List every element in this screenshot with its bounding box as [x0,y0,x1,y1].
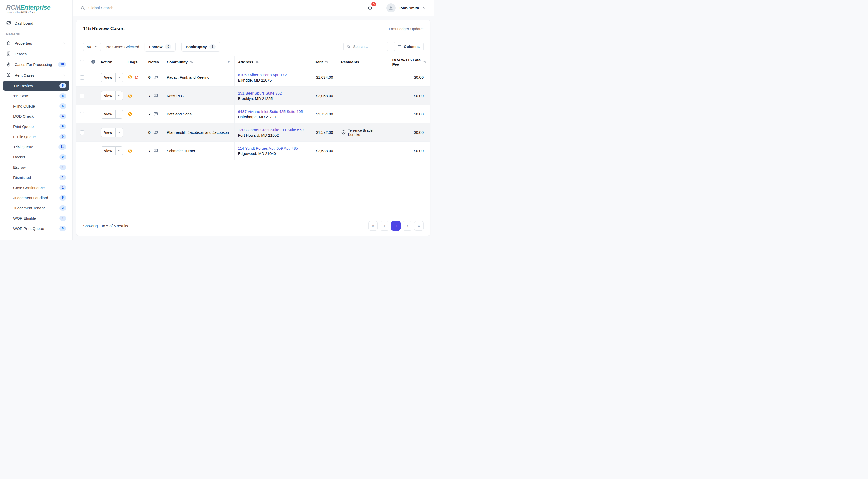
notes-count: 7 [149,93,151,98]
person-circle-icon [341,130,346,135]
view-dropdown-button[interactable] [115,146,123,155]
row-checkbox[interactable] [80,94,84,98]
comment-icon[interactable] [153,93,158,98]
sidebar-item-dismissed[interactable]: Dismissed 1 [3,172,69,182]
view-dropdown-button[interactable] [115,110,123,119]
no-entry-flag-icon [128,75,132,80]
view-button[interactable]: View [101,110,116,119]
view-button[interactable]: View [101,91,116,100]
hand-icon [6,62,11,67]
sidebar-item-escrow[interactable]: Escrow 1 [3,162,69,172]
sidebar-item-label: Case Continuance [13,185,59,190]
table-row: View 0 Pfannerstill [76,123,430,142]
sidebar-item-properties[interactable]: Properties [3,38,69,49]
sidebar-item-judgement-landlord[interactable]: Judgement Landlord 5 [3,192,69,203]
vacant-house-flag-icon [134,75,139,80]
brand-rcm: RCM [6,4,20,11]
sidebar-item-filing-queue[interactable]: Filing Queue 6 [3,101,69,111]
page-title: 115 Review Cases [83,26,125,31]
table-row: View 7 [76,87,430,105]
last-ledger-update-label: Last Ledger Update: [389,27,424,31]
sidebar-item-label: E-File Queue [13,134,59,139]
resident-name: Terrence Braden Kerluke [348,128,385,137]
sidebar-item-label: Cases For Processing [14,62,55,67]
notes-count: 6 [149,75,151,80]
view-dropdown-button[interactable] [115,128,123,137]
sort-icon[interactable] [189,60,193,64]
content-area: 115 Review Cases Last Ledger Update: 50 … [72,16,434,239]
address-link[interactable]: 251 Beer Spurs Suite 352 [238,91,307,95]
user-menu-button[interactable]: John Smith [386,3,426,12]
sidebar: RCMEnterprise powered by INTELeTech Dash… [0,0,72,239]
sidebar-item-label: Judgement Landlord [13,196,59,200]
row-checkbox[interactable] [80,76,84,80]
sidebar-item-rent-cases[interactable]: Rent Cases [3,70,69,81]
address-link[interactable]: 61069 Alberto Ports Apt. 172 [238,72,307,77]
view-button[interactable]: View [101,73,116,82]
sidebar-item-leases[interactable]: Leases [3,49,69,59]
home-icon [6,40,11,46]
address-link[interactable]: 6487 Viviane Inlet Suite 425 Suite 405 [238,109,307,114]
columns-button[interactable]: Columns [394,42,424,52]
bankruptcy-filter-button[interactable]: Bankruptcy 1 [181,41,220,52]
count-badge: 1 [59,164,66,170]
select-all-checkbox[interactable] [80,60,84,64]
sidebar-nav: Dashboard MANAGE Properties Leases Cases… [0,16,72,239]
sidebar-item-dashboard[interactable]: Dashboard [3,18,69,29]
address-city-line: Edgewood, MD 21040 [238,151,307,156]
next-page-button[interactable]: › [403,221,412,231]
view-button[interactable]: View [101,146,116,155]
comment-icon[interactable] [153,112,158,116]
comment-icon[interactable] [153,75,158,80]
count-badge: 11 [58,144,66,150]
sidebar-item-label: Escrow [13,165,59,170]
sidebar-item-label: Dismissed [13,175,59,180]
address-link[interactable]: 1208 Garnet Crest Suite 211 Suite 569 [238,128,307,132]
last-page-button[interactable]: » [414,221,424,231]
view-dropdown-button[interactable] [115,91,123,100]
sidebar-item-wor-print-queue[interactable]: WOR Print Queue 0 [3,223,69,233]
view-dropdown-button[interactable] [115,73,123,82]
sidebar-item-wor-eligible[interactable]: WOR Eligible 1 [3,213,69,223]
notifications-button[interactable]: 5 [366,4,374,12]
sort-icon[interactable] [325,60,329,64]
row-checkbox[interactable] [80,130,84,135]
double-chevron-right-icon: » [418,223,420,229]
address-city-line: Halethorpe, MD 21227 [238,115,307,119]
filter-funnel-icon[interactable] [227,60,231,64]
sort-icon[interactable] [423,60,427,64]
global-search-input[interactable] [88,6,195,10]
sidebar-item-cases-for-processing[interactable]: Cases For Processing 18 [3,59,69,70]
escrow-filter-button[interactable]: Escrow 0 [145,41,176,52]
sort-icon[interactable] [255,60,259,64]
table-search-input[interactable] [353,44,385,49]
column-header-residents: Residents [341,60,360,64]
sidebar-item-label: Rent Cases [14,73,59,78]
sidebar-item-print-queue[interactable]: Print Queue 9 [3,121,69,131]
late-fee-amount: $0.00 [414,112,424,116]
row-checkbox[interactable] [80,149,84,153]
sidebar-item-efile-queue[interactable]: E-File Queue 0 [3,131,69,142]
community-name: Pfannerstill, Jacobson and Jacobson [167,130,229,134]
view-button[interactable]: View [101,128,116,137]
previous-page-button[interactable]: ‹ [380,221,389,231]
sidebar-item-label: WOR Eligible [13,216,59,220]
sidebar-item-docket[interactable]: Docket 0 [3,152,69,162]
sidebar-item-115-sent[interactable]: 115 Sent 8 [3,91,69,101]
sidebar-item-case-continuance[interactable]: Case Continuance 1 [3,182,69,192]
escrow-count-badge: 0 [165,44,172,49]
sidebar-item-judgement-tenant[interactable]: Judgement Tenant 2 [3,203,69,213]
page-size-select[interactable]: 50 [83,42,101,52]
comment-icon[interactable] [153,148,158,153]
row-checkbox[interactable] [80,112,84,116]
page-1-button[interactable]: 1 [391,221,401,231]
first-page-button[interactable]: « [368,221,378,231]
notes-count: 7 [149,149,151,153]
sidebar-item-trial-queue[interactable]: Trial Queue 11 [3,142,69,152]
sidebar-item-dod-check[interactable]: DOD Check 4 [3,111,69,121]
sidebar-item-label: Dashboard [14,21,66,26]
comment-icon[interactable] [153,130,158,135]
address-link[interactable]: 114 Yundt Forges Apt. 059 Apt. 485 [238,146,307,150]
sidebar-item-115-review[interactable]: 115 Review 5 [3,81,69,91]
column-header-community: Community [167,60,188,64]
